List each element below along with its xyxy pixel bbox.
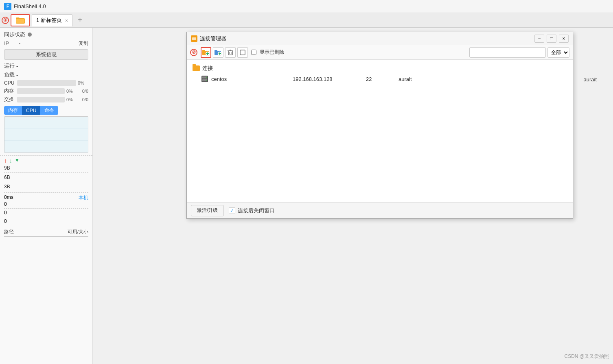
close-after-connect: ✓ 连接后关闭窗口 xyxy=(229,207,275,214)
run-value: - xyxy=(16,63,18,69)
upload-arrow-icon: ↑ xyxy=(4,157,7,164)
title-bar: F FinalShell 4.0 xyxy=(0,0,613,13)
close-after-checkbox[interactable]: ✓ xyxy=(229,207,235,214)
disk-path-label: 路径 xyxy=(4,229,14,235)
filter-dropdown[interactable]: 全部 xyxy=(547,47,569,58)
svg-rect-23 xyxy=(240,50,245,55)
conn-ip: 192.168.163.128 xyxy=(293,76,366,82)
app-logo: F xyxy=(4,3,11,10)
ping-r3: 0 xyxy=(4,218,88,224)
mem-bar xyxy=(17,88,65,94)
connection-manager-dialog: 连接管理器 − □ × ② xyxy=(186,32,573,219)
net-row-3b: 3B xyxy=(4,183,88,190)
view-tabs: 内存 CPU 命令 xyxy=(4,106,88,115)
ip-value: - xyxy=(19,40,20,46)
svg-rect-7 xyxy=(192,37,196,40)
disk-size-label: 可用/大小 xyxy=(68,229,88,235)
ping-value: 0ms xyxy=(4,194,13,201)
badge-1: ① xyxy=(2,17,9,24)
swap-ratio: 0/0 xyxy=(77,97,88,102)
tab-cmd[interactable]: 命令 xyxy=(40,106,58,115)
tab-1[interactable]: 1 新标签页 × xyxy=(32,14,72,26)
net-row-6b: 6B xyxy=(4,174,88,181)
restore-icon xyxy=(239,49,246,56)
swap-label: 交换 xyxy=(4,96,15,103)
sync-status-row: 同步状态 xyxy=(0,30,92,39)
ping-r1: 0 xyxy=(4,201,88,207)
tab-1-label: 1 新标签页 xyxy=(36,17,62,24)
ip-row: IP - 复制 xyxy=(0,39,92,48)
new-folder-button[interactable] xyxy=(213,47,223,58)
right-user-label: aurait xyxy=(583,76,597,83)
svg-point-26 xyxy=(206,77,207,78)
connection-folder[interactable]: 连接 xyxy=(190,63,569,74)
connection-row-centos[interactable]: centos 192.168.163.128 22 aurait xyxy=(190,74,569,84)
add-connection-icon xyxy=(202,49,210,56)
activate-button[interactable]: 激活/升级 xyxy=(191,205,224,216)
sidebar: 同步状态 IP - 复制 系统信息 运行 - 负载 - CPU 0% xyxy=(0,28,93,364)
delete-icon xyxy=(227,49,234,56)
cpu-row: CPU 0% xyxy=(0,79,92,87)
net-rows: 9B 6B 3B xyxy=(4,165,88,190)
ping-r2: 0 xyxy=(4,210,88,216)
net-row-9b: 9B xyxy=(4,165,88,171)
load-row: 负载 - xyxy=(0,70,92,79)
cpu-value: 0% xyxy=(78,81,88,85)
new-connection-button[interactable] xyxy=(201,47,211,58)
ping-section: 0ms 本机 0 0 0 xyxy=(0,194,92,225)
dialog-minimize-button[interactable]: − xyxy=(534,35,544,43)
cpu-label: CPU xyxy=(4,80,15,86)
svg-point-27 xyxy=(206,80,207,81)
download-arrow-icon: ↓ xyxy=(9,157,12,164)
expand-arrow-icon: ▼ xyxy=(15,157,20,164)
disk-header: 路径 可用/大小 xyxy=(4,229,88,237)
show-deleted-label: 显示已删除 xyxy=(260,49,284,56)
tab-1-close[interactable]: × xyxy=(65,17,68,24)
tab-mem[interactable]: 内存 xyxy=(4,106,22,115)
content-area: aurait 连接管理器 − □ × ② xyxy=(93,28,613,364)
svg-rect-3 xyxy=(4,117,88,153)
dialog-controls: − □ × xyxy=(534,35,569,43)
conn-name: centos xyxy=(211,76,293,82)
dialog-content: 连接 centos 192.168.163.128 22 aurait xyxy=(187,60,573,202)
swap-row: 交换 0% 0/0 xyxy=(0,95,92,104)
restore-button[interactable] xyxy=(237,47,248,58)
search-input[interactable] xyxy=(469,47,546,58)
run-row: 运行 - xyxy=(0,61,92,70)
local-link[interactable]: 本机 xyxy=(79,194,88,201)
folder-icon xyxy=(16,17,25,24)
dialog-maximize-button[interactable]: □ xyxy=(547,35,556,43)
dialog-title-left: 连接管理器 xyxy=(191,35,226,42)
app-title: FinalShell 4.0 xyxy=(14,3,46,9)
show-deleted-checkbox[interactable] xyxy=(251,50,256,55)
cpu-bar xyxy=(17,80,76,86)
delete-button[interactable] xyxy=(225,47,236,58)
tab-bar: ① 1 新标签页 × + xyxy=(0,13,613,28)
dialog-close-button[interactable]: × xyxy=(559,35,569,43)
new-folder-icon xyxy=(215,49,222,56)
run-label: 运行 xyxy=(4,62,15,70)
sync-dot xyxy=(28,33,32,37)
svg-rect-9 xyxy=(202,50,205,52)
mem-ratio: 0/0 xyxy=(77,89,88,94)
conn-user: aurait xyxy=(398,76,412,82)
ip-label: IP xyxy=(4,40,16,46)
folder-icon xyxy=(193,65,200,71)
disk-section: 路径 可用/大小 xyxy=(0,227,92,240)
connection-manager-button[interactable] xyxy=(11,14,30,26)
dialog-footer: 激活/升级 ✓ 连接后关闭窗口 xyxy=(187,202,573,218)
mem-value: 0% xyxy=(66,89,77,94)
sysinfo-button[interactable]: 系统信息 xyxy=(4,49,88,60)
svg-rect-14 xyxy=(215,50,217,52)
net-arrows: ↑ ↓ ▼ xyxy=(4,157,20,164)
add-tab-button[interactable]: + xyxy=(74,15,85,26)
swap-value: 0% xyxy=(66,97,77,102)
dialog-title-text: 连接管理器 xyxy=(200,35,226,42)
tab-cpu[interactable]: CPU xyxy=(22,106,40,115)
folder-label: 连接 xyxy=(202,65,213,72)
cpu-chart xyxy=(4,116,88,153)
net-header: ↑ ↓ ▼ xyxy=(4,157,88,164)
load-value: - xyxy=(16,72,18,78)
close-after-label: 连接后关闭窗口 xyxy=(238,207,275,214)
copy-button[interactable]: 复制 xyxy=(79,40,88,47)
